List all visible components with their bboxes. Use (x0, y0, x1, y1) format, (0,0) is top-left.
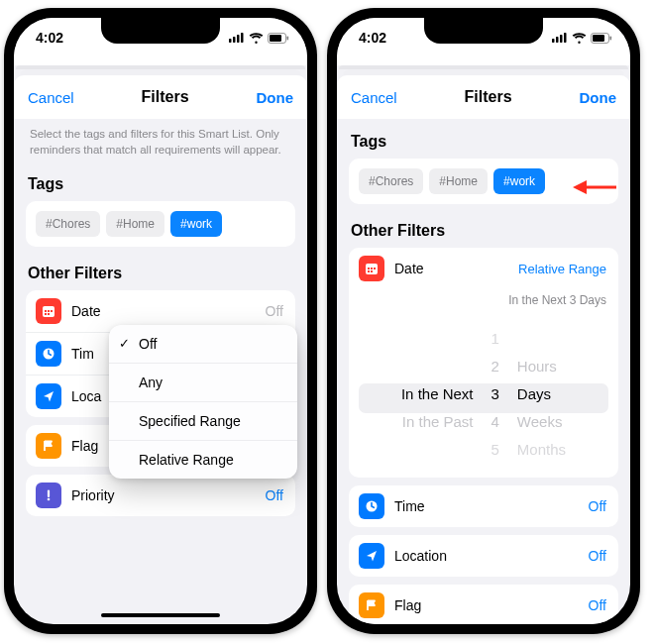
filter-label: Priority (71, 487, 266, 503)
wifi-icon (249, 33, 264, 44)
filter-date-expanded: Date Relative Range In the Next 3 Days I… (349, 248, 618, 478)
filter-label: Date (394, 261, 518, 276)
filter-value: Off (266, 303, 283, 319)
notch (101, 18, 220, 44)
filter-row-priority[interactable]: Priority Off (26, 475, 295, 516)
svg-rect-17 (556, 37, 559, 43)
menu-item-label: Specified Range (139, 413, 241, 429)
filter-row-flag[interactable]: Flag Off (349, 585, 618, 624)
svg-rect-12 (45, 313, 47, 315)
notch (424, 18, 543, 44)
filter-value: Off (589, 597, 606, 613)
svg-rect-10 (48, 310, 50, 312)
tag-chip-work[interactable]: #work (170, 211, 222, 237)
section-header-other: Other Filters (349, 216, 618, 248)
nav-bar: Cancel Filters Done (337, 75, 630, 119)
svg-rect-27 (368, 270, 370, 272)
date-summary: In the Next 3 Days (349, 289, 618, 319)
calendar-icon (359, 256, 384, 281)
tags-card: #Chores #Home #work (26, 201, 295, 247)
page-title: Filters (142, 88, 189, 106)
filter-row-time[interactable]: Time Off (349, 485, 618, 527)
battery-icon (591, 33, 612, 44)
location-icon (36, 383, 61, 409)
home-indicator[interactable] (101, 613, 220, 617)
filter-value: Off (266, 487, 283, 503)
battery-icon (268, 33, 289, 44)
tag-chip-home[interactable]: #Home (106, 211, 164, 237)
filter-value: Off (589, 498, 606, 514)
svg-rect-2 (237, 35, 240, 43)
svg-rect-18 (560, 35, 563, 43)
wifi-icon (572, 33, 587, 44)
svg-rect-0 (229, 39, 232, 43)
priority-icon (36, 483, 61, 508)
date-filter-menu: ✓ Off Any Specified Range Relative Range (109, 325, 297, 479)
filter-value: Relative Range (518, 262, 606, 276)
section-header-other: Other Filters (26, 259, 295, 290)
filter-label: Location (394, 548, 589, 564)
page-title: Filters (465, 88, 512, 106)
svg-rect-1 (233, 37, 236, 43)
svg-rect-26 (374, 268, 376, 269)
clock-icon (36, 341, 61, 367)
status-time: 4:02 (36, 30, 63, 46)
menu-item-label: Off (139, 336, 157, 352)
phone-right: 4:02 Cancel Filters Done Tags #Chores (327, 8, 640, 634)
done-button[interactable]: Done (257, 89, 294, 106)
filter-label: Date (71, 303, 266, 319)
svg-rect-9 (45, 310, 47, 312)
cancel-button[interactable]: Cancel (28, 89, 74, 106)
menu-item-any[interactable]: Any (109, 363, 297, 401)
clock-icon (359, 493, 384, 519)
filter-label: Time (394, 498, 589, 514)
checkmark-icon: ✓ (119, 336, 130, 351)
filter-row-date[interactable]: Date Relative Range (349, 248, 618, 289)
calendar-icon (36, 298, 61, 324)
done-button[interactable]: Done (580, 89, 617, 106)
filter-label: Flag (394, 597, 589, 613)
signal-icon (552, 33, 568, 43)
svg-rect-16 (552, 39, 555, 43)
phone-left: 4:02 Cancel Filters Done Select the tags… (4, 8, 317, 634)
flag-icon (36, 433, 61, 459)
menu-item-label: Relative Range (139, 452, 234, 468)
menu-item-specified[interactable]: Specified Range (109, 401, 297, 440)
menu-item-label: Any (139, 375, 163, 390)
help-text: Select the tags and filters for this Sma… (26, 119, 295, 169)
svg-rect-24 (368, 268, 370, 269)
svg-rect-28 (371, 270, 373, 272)
section-header-tags: Tags (26, 169, 295, 201)
tag-chip-chores[interactable]: #Chores (36, 211, 100, 237)
nav-bar: Cancel Filters Done (14, 75, 307, 119)
location-icon (359, 543, 384, 569)
picker-col-direction[interactable]: In the Next In the Past (401, 327, 474, 462)
tag-chip-home[interactable]: #Home (429, 168, 488, 194)
section-header-tags: Tags (349, 127, 618, 159)
tag-chip-work[interactable]: #work (493, 168, 545, 194)
svg-point-15 (48, 498, 51, 501)
svg-rect-13 (48, 313, 50, 315)
svg-rect-22 (610, 36, 612, 40)
cancel-button[interactable]: Cancel (351, 89, 397, 106)
status-time: 4:02 (359, 30, 386, 46)
relative-range-picker[interactable]: In the Next In the Past 1 2 3 4 5 (349, 319, 618, 478)
flag-icon (359, 592, 384, 618)
signal-icon (229, 33, 245, 43)
svg-rect-21 (593, 35, 604, 42)
svg-rect-25 (371, 268, 373, 269)
svg-rect-6 (287, 36, 289, 40)
filter-row-location[interactable]: Location Off (349, 535, 618, 577)
svg-rect-19 (564, 33, 567, 43)
picker-selection-bar (359, 383, 608, 413)
menu-item-off[interactable]: ✓ Off (109, 325, 297, 363)
svg-rect-5 (270, 35, 281, 42)
filter-value: Off (589, 548, 606, 564)
annotation-arrow (573, 176, 618, 198)
svg-rect-3 (241, 33, 244, 43)
menu-item-relative[interactable]: Relative Range (109, 440, 297, 479)
tag-chip-chores[interactable]: #Chores (359, 168, 423, 194)
svg-rect-11 (51, 310, 53, 312)
svg-marker-31 (573, 180, 587, 194)
